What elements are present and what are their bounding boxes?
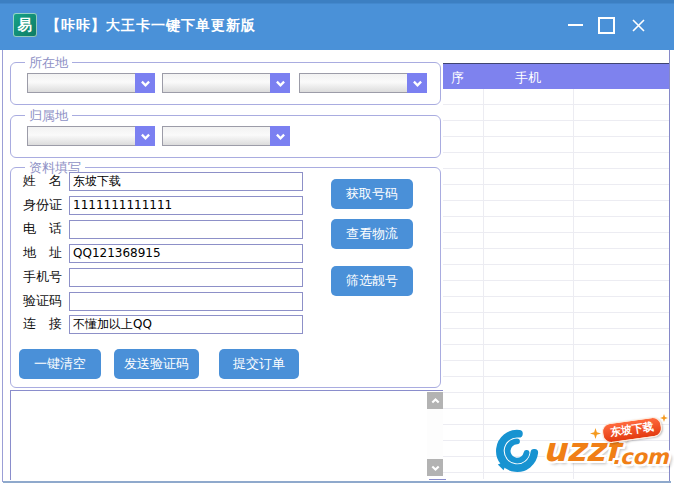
log-textarea[interactable]: [11, 391, 429, 481]
app-window: 易 【咔咔】大王卡一键下单更新版 所在地: [0, 0, 674, 486]
log-panel: [10, 390, 446, 480]
sparkle-icon: [590, 428, 601, 439]
window-border-bottom: [3, 481, 671, 483]
home-city-dropdown[interactable]: [162, 126, 290, 146]
location-province-dropdown[interactable]: [27, 73, 155, 93]
captcha-field-row: 验证码: [23, 291, 303, 311]
filter-numbers-button[interactable]: 筛选靓号: [331, 266, 413, 296]
watermark-logo: uzzf .com 东坡下载: [486, 416, 672, 480]
location-city-value: [162, 73, 270, 93]
minimize-icon: [568, 24, 583, 26]
contact-field-row: 连 接: [23, 314, 303, 334]
address-label: 地 址: [23, 244, 69, 262]
get-number-button[interactable]: 获取号码: [331, 179, 413, 209]
group-home-label: 归属地: [25, 107, 72, 125]
location-district-dropdown[interactable]: [299, 73, 427, 93]
telephone-label: 电 话: [23, 220, 69, 238]
maximize-icon: [598, 17, 615, 34]
captcha-label: 验证码: [23, 292, 69, 310]
minimize-button[interactable]: [561, 11, 589, 39]
mobile-label: 手机号: [23, 268, 69, 286]
scrollbar-down-button[interactable]: [427, 459, 444, 476]
address-field-row: 地 址: [23, 243, 303, 263]
table-header-seq: 序: [451, 69, 464, 87]
group-profile: 资料填写 姓 名 身份证 电 话 地 址 手机号 验证码 连 接: [10, 167, 441, 388]
chevron-down-icon: [430, 464, 441, 472]
sparkle-icon: [660, 414, 668, 422]
home-province-dropdown[interactable]: [27, 126, 155, 146]
telephone-input[interactable]: [69, 220, 303, 239]
chevron-down-icon[interactable]: [270, 73, 290, 93]
contact-input[interactable]: [69, 315, 303, 334]
address-input[interactable]: [69, 244, 303, 263]
swirl-icon: [494, 428, 540, 474]
watermark-badge: 东坡下载: [601, 416, 663, 444]
send-code-button[interactable]: 发送验证码: [114, 349, 199, 379]
mobile-input[interactable]: [69, 268, 303, 287]
idcard-label: 身份证: [23, 196, 69, 214]
chevron-down-icon[interactable]: [407, 73, 427, 93]
clear-all-button[interactable]: 一键清空: [19, 349, 101, 379]
submit-order-button[interactable]: 提交订单: [219, 349, 299, 379]
location-district-value: [299, 73, 407, 93]
chevron-up-icon: [430, 397, 441, 405]
close-icon: [631, 18, 646, 33]
name-input[interactable]: [69, 172, 303, 191]
group-location-label: 所在地: [25, 54, 72, 72]
table-column-divider: [483, 89, 484, 479]
window-title: 【咔咔】大王卡一键下单更新版: [46, 0, 256, 50]
contact-label: 连 接: [23, 315, 69, 333]
name-label: 姓 名: [23, 172, 69, 190]
table-header: 序 手机: [443, 63, 669, 90]
chevron-down-icon[interactable]: [270, 126, 290, 146]
group-location: 所在地: [10, 62, 441, 105]
maximize-button[interactable]: [592, 11, 620, 39]
table-header-phone: 手机: [515, 69, 541, 87]
watermark-text-suffix: .com: [612, 445, 669, 469]
close-button[interactable]: [624, 11, 652, 39]
check-logistics-button[interactable]: 查看物流: [331, 219, 413, 249]
idcard-field-row: 身份证: [23, 195, 303, 215]
name-field-row: 姓 名: [23, 171, 303, 191]
location-city-dropdown[interactable]: [162, 73, 290, 93]
group-home-location: 归属地: [10, 115, 441, 158]
app-icon-glyph: 易: [18, 16, 33, 35]
scrollbar-up-button[interactable]: [427, 392, 444, 409]
captcha-input[interactable]: [69, 292, 303, 311]
telephone-field-row: 电 话: [23, 219, 303, 239]
mobile-field-row: 手机号: [23, 267, 303, 287]
home-city-value: [162, 126, 270, 146]
titlebar: 易 【咔咔】大王卡一键下单更新版: [0, 0, 674, 50]
chevron-down-icon[interactable]: [135, 73, 155, 93]
app-icon: 易: [13, 13, 37, 37]
idcard-input[interactable]: [69, 196, 303, 215]
chevron-down-icon[interactable]: [135, 126, 155, 146]
scrollbar-track[interactable]: [427, 392, 444, 476]
location-province-value: [27, 73, 135, 93]
home-province-value: [27, 126, 135, 146]
window-border-left: [2, 50, 3, 482]
